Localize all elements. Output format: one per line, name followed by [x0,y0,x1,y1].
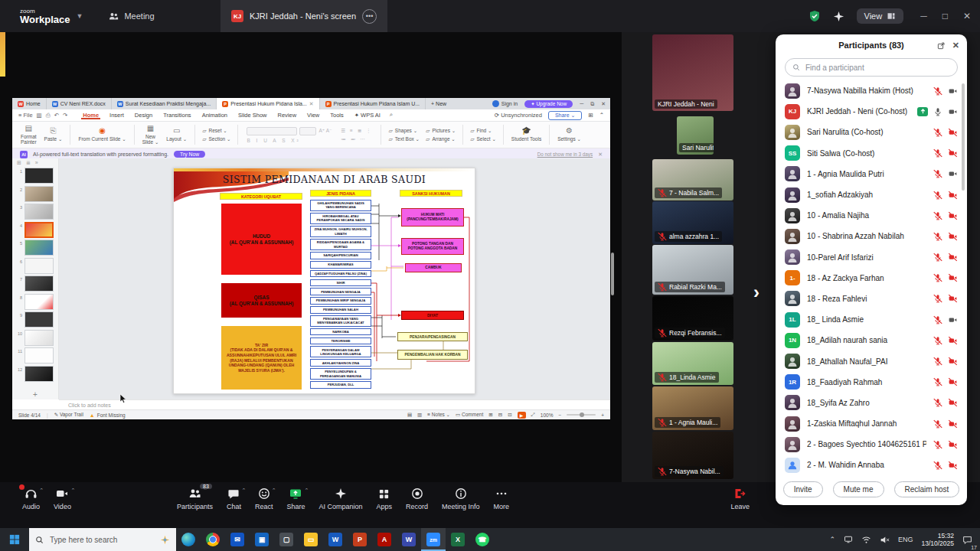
taskbar-search[interactable] [29,528,176,551]
ribbon-reset[interactable]: ▱Reset ⌄ [202,128,230,134]
ribbon-options-icon[interactable]: ⊞ [588,112,593,119]
ribbon-student-tools[interactable]: 🎓Student Tools [508,127,545,142]
ribbon-paste[interactable]: ⎘Paste ⌄ [41,127,67,142]
minimize-button[interactable]: ─ [920,11,927,21]
shared-scrollbar[interactable] [611,253,614,295]
taskbar-store-icon[interactable]: ▢ [274,528,299,551]
wifi-icon[interactable] [861,535,871,545]
participants-button[interactable]: ⌃83Participants [170,487,220,510]
sign-in-button[interactable]: Sign in [492,100,518,107]
tray-expand-chevron[interactable]: ⌃ [829,536,835,543]
video-tile[interactable]: 7-Nasywa Nabil... [652,432,733,479]
display-icon[interactable] [844,535,853,544]
slide-thumbnail-5[interactable] [24,240,54,256]
taskbar-zoom-icon[interactable]: zm [421,528,446,551]
participant-row[interactable]: 1L18_ Linda Asmie [776,309,967,330]
taskbar-search-input[interactable] [48,535,155,545]
font-name-box[interactable] [247,127,297,135]
menu-animation[interactable]: Animation [201,111,229,119]
sync-status[interactable]: ⟳ Unsynchronized [495,112,542,119]
taskbar-acrobat-icon[interactable]: A [372,528,397,551]
maximize-button[interactable]: □ [942,11,948,21]
taskbar-powerpoint-icon[interactable]: P [348,528,372,551]
taskbar-whatsapp-icon[interactable]: ☎ [470,528,495,551]
video-tile[interactable]: KJRI Jeddah - Neni [652,34,733,111]
zoom-in-button[interactable]: + [601,412,604,418]
page-icon[interactable]: ▤ [407,412,412,418]
participant-row[interactable]: 7-Nasywa Nabilla Hakim (Host) [776,80,967,101]
zoom-out-button[interactable]: − [558,412,561,418]
apps-button[interactable]: Apps [370,487,400,510]
ribbon-pictures[interactable]: ▱Pictures ⌄ [426,128,456,134]
chevron-up-icon[interactable]: ⌃ [242,487,247,494]
menu-wps-ai[interactable]: ✦ WPS AI [353,111,382,119]
read-view-icon[interactable]: ⊡ [508,412,511,418]
ribbon-layout[interactable]: ▭Layout ⌄ [162,127,191,142]
participant-row[interactable]: 18 - Reza Fahlevi [776,289,967,309]
participant-list-scrollbar[interactable] [962,83,965,191]
ribbon-select[interactable]: ▱Select ⌄ [470,136,496,142]
menu-review[interactable]: Review [276,111,299,119]
participant-row[interactable]: 10 - Shabrina Azzah Nabilah [776,226,967,246]
ribbon-from-current-slide[interactable]: ◉From Current Slide ⌄ [74,127,129,142]
banner-dismiss-link[interactable]: Do not show me in 3 days [537,152,593,157]
font-size-box[interactable] [299,127,316,135]
wps-minimize-button[interactable]: ─ [580,101,583,106]
new-tab-button[interactable]: + New [426,98,452,109]
video-tile[interactable]: Rabial Razki Ma... [652,245,733,295]
audio-button[interactable]: ⌃Audio [15,487,47,510]
menu-tools[interactable]: Tools [328,111,345,119]
taskbar-chrome-icon[interactable] [201,528,225,551]
slide-thumbnail-7[interactable] [24,276,54,292]
collapse-ribbon-icon[interactable]: ⌃ [599,112,604,119]
slide-thumbnail-11[interactable] [24,347,54,364]
invite-button[interactable]: Invite [783,481,823,497]
video-strip-expand-chevron[interactable]: › [753,283,760,302]
wps-tab-ppt[interactable]: PPresentasi Hukum Pidana Islam U... [320,98,426,109]
menu-slide-show[interactable]: Slide Show [237,111,269,119]
slide-thumbnail-8[interactable] [24,294,54,310]
video-tile[interactable]: 7 - Nabila Salm... [652,159,733,201]
reclaim-host-button[interactable]: Reclaim host [894,481,960,497]
participant-row[interactable]: SSSiti Salwa (Co-host) [776,143,967,164]
grid-icon[interactable]: ▥ [417,412,422,418]
notes-placeholder[interactable]: Click to add notes [59,399,610,409]
participant-search-input[interactable] [804,63,950,73]
ribbon-section[interactable]: ▱Section ⌄ [202,136,230,142]
participant-row[interactable]: 1_sofiah Adzakiyah [776,184,967,205]
taskbar-word-icon[interactable]: W [323,528,348,551]
more-button[interactable]: More [487,487,517,510]
slide-thumbnail-4[interactable] [24,222,54,238]
popout-icon[interactable] [937,41,946,50]
video-button[interactable]: ⌃Video [47,487,78,510]
slide-thumbnail-9[interactable] [24,311,54,328]
tab-options-icon[interactable]: ••• [362,9,377,24]
menu-view[interactable]: View [305,111,321,119]
slide-thumbnail-3[interactable] [24,204,54,220]
mute-me-button[interactable]: Mute me [833,481,884,497]
video-tile[interactable]: 1 - Agnia Mauli... [652,386,733,430]
slide-thumbnail-1[interactable] [24,168,54,184]
notes-toggle[interactable]: ≡ Notes ⌄ [427,412,450,418]
tab-close-icon[interactable]: ✕ [309,101,314,107]
ribbon-settings[interactable]: ⚙Settings ⌄ [554,127,585,142]
ribbon-search-icon[interactable]: ⌕ [390,111,393,119]
font-grow-shrink[interactable]: A⁺ A⁻ [318,128,332,134]
participant-row[interactable]: 2 - Bagoes Syechtio 1404625161 PAI [776,434,967,455]
video-tile[interactable]: 18_Linda Asmie [652,342,733,385]
slide-thumbnail-6[interactable] [24,258,54,274]
taskbar-excel-icon[interactable]: X [446,528,470,551]
participant-row[interactable]: 1-Zaskia Miftaqhul Jannah [776,413,967,434]
participant-row[interactable]: 1N18_Adilah naurah sania [776,330,967,350]
chat-button[interactable]: ⌃Chat [220,487,248,510]
language-indicator[interactable]: ENG [898,536,913,543]
taskbar-wps-icon[interactable]: W [397,528,421,551]
outline-view-icon[interactable]: ⊞ [17,160,21,166]
sorter-view-icon[interactable]: ⊟ [498,412,502,418]
notification-center-icon[interactable]: 17 [962,535,972,545]
file-menu[interactable]: ≡ File [18,112,33,119]
wps-tab-doc[interactable]: WCV Neni REX.docx [47,98,112,109]
participant-search[interactable] [785,58,958,77]
try-now-button[interactable]: Try Now [174,151,205,158]
taskbar-file-explorer-icon[interactable]: ▭ [299,528,323,551]
